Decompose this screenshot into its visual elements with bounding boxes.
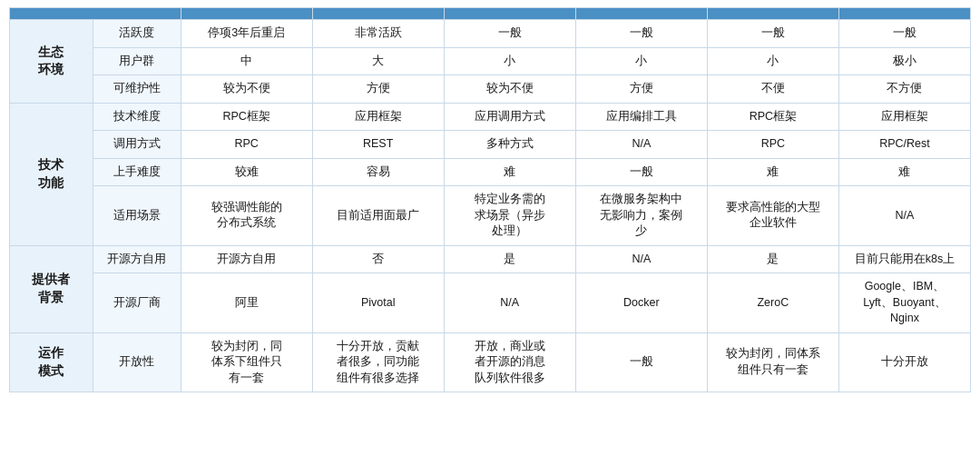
table-row: 用户群中大小小小极小 [10, 47, 971, 75]
data-cell-spring: 应用框架 [312, 103, 444, 131]
data-cell-dubbo: 开源方自用 [181, 245, 312, 273]
table-row: 调用方式RPCREST多种方式N/ARPCRPC/Rest [10, 131, 971, 159]
dim-cell: 开源方自用 [93, 245, 181, 273]
header-row [10, 8, 971, 20]
data-cell-spring: 容易 [312, 158, 444, 186]
data-cell-dubbo: 较为不便 [181, 75, 312, 104]
header-docker [575, 8, 707, 20]
data-cell-mesh: 极小 [838, 47, 970, 75]
header-group [10, 8, 181, 20]
data-cell-msg: 是 [444, 245, 575, 273]
data-cell-mesh: 一般 [838, 20, 970, 48]
group-cell-3: 运作 模式 [10, 332, 93, 392]
data-cell-docker: N/A [575, 131, 707, 159]
group-cell-2: 提供者 背景 [10, 245, 93, 332]
dim-cell: 开放性 [93, 332, 181, 392]
table-row: 运作 模式开放性较为封闭，同 体系下组件只 有一套十分开放，贡献 者很多，同功能… [10, 332, 971, 392]
data-cell-docker: 一般 [575, 332, 707, 392]
data-cell-msg: 较为不便 [444, 75, 575, 104]
dim-cell: 适用场景 [93, 186, 181, 246]
data-cell-mesh: 应用框架 [838, 103, 970, 131]
data-cell-mesh: RPC/Rest [838, 131, 970, 159]
data-cell-dubbo: 较为封闭，同 体系下组件只 有一套 [181, 332, 312, 392]
data-cell-dubbo: 较难 [181, 158, 312, 186]
header-msg [444, 8, 575, 20]
data-cell-msg: 一般 [444, 20, 575, 48]
data-cell-docker: 方便 [575, 75, 707, 104]
data-cell-mesh: 难 [838, 158, 970, 186]
data-cell-spring: 非常活跃 [312, 20, 444, 48]
data-cell-mesh: Google、IBM、 Lyft、Buoyant、 Nginx [838, 273, 970, 333]
data-cell-dubbo: RPC框架 [181, 103, 312, 131]
table-row: 提供者 背景开源方自用开源方自用否是N/A是目前只能用在k8s上 [10, 245, 971, 273]
data-cell-zero: 一般 [707, 20, 838, 48]
dim-cell: 技术维度 [93, 103, 181, 131]
data-cell-docker: 小 [575, 47, 707, 75]
group-cell-0: 生态 环境 [10, 20, 93, 104]
data-cell-dubbo: 停项3年后重启 [181, 20, 312, 48]
table-row: 可维护性较为不便方便较为不便方便不便不方便 [10, 75, 971, 104]
data-cell-mesh: 目前只能用在k8s上 [838, 245, 970, 273]
dim-cell: 用户群 [93, 47, 181, 75]
data-cell-mesh: 不方便 [838, 75, 970, 104]
data-cell-msg: 应用调用方式 [444, 103, 575, 131]
data-cell-spring: 十分开放，贡献 者很多，同功能 组件有很多选择 [312, 332, 444, 392]
data-cell-spring: 否 [312, 245, 444, 273]
dim-cell: 可维护性 [93, 75, 181, 104]
table-row: 上手难度较难容易难一般难难 [10, 158, 971, 186]
data-cell-docker: 在微服务架构中 无影响力，案例 少 [575, 186, 707, 246]
data-cell-msg: 多种方式 [444, 131, 575, 159]
data-cell-zero: 是 [707, 245, 838, 273]
header-spring [312, 8, 444, 20]
data-cell-zero: 不便 [707, 75, 838, 104]
data-cell-spring: 目前适用面最广 [312, 186, 444, 246]
data-cell-msg: 开放，商业或 者开源的消息 队列软件很多 [444, 332, 575, 392]
data-cell-spring: 方便 [312, 75, 444, 104]
data-cell-mesh: N/A [838, 186, 970, 246]
data-cell-msg: 小 [444, 47, 575, 75]
table-row: 技术 功能技术维度RPC框架应用框架应用调用方式应用编排工具RPC框架应用框架 [10, 103, 971, 131]
data-cell-msg: N/A [444, 273, 575, 333]
data-cell-zero: 较为封闭，同体系 组件只有一套 [707, 332, 838, 392]
data-cell-zero: RPC [707, 131, 838, 159]
data-cell-zero: 难 [707, 158, 838, 186]
data-cell-msg: 难 [444, 158, 575, 186]
data-cell-dubbo: 较强调性能的 分布式系统 [181, 186, 312, 246]
header-mesh [838, 8, 970, 20]
data-cell-spring: REST [312, 131, 444, 159]
data-cell-docker: 应用编排工具 [575, 103, 707, 131]
comparison-table-wrapper: 生态 环境活跃度停项3年后重启非常活跃一般一般一般一般用户群中大小小小极小可维护… [0, 0, 980, 400]
data-cell-dubbo: 阿里 [181, 273, 312, 333]
group-cell-1: 技术 功能 [10, 103, 93, 245]
dim-cell: 调用方式 [93, 131, 181, 159]
data-cell-docker: N/A [575, 245, 707, 273]
data-cell-spring: Pivotal [312, 273, 444, 333]
header-dubbo [181, 8, 312, 20]
dim-cell: 上手难度 [93, 158, 181, 186]
data-cell-spring: 大 [312, 47, 444, 75]
header-zero [707, 8, 838, 20]
data-cell-mesh: 十分开放 [838, 332, 970, 392]
data-cell-docker: 一般 [575, 158, 707, 186]
data-cell-zero: ZeroC [707, 273, 838, 333]
data-cell-dubbo: 中 [181, 47, 312, 75]
dim-cell: 活跃度 [93, 20, 181, 48]
data-cell-docker: Docker [575, 273, 707, 333]
data-cell-zero: 要求高性能的大型 企业软件 [707, 186, 838, 246]
table-body: 生态 环境活跃度停项3年后重启非常活跃一般一般一般一般用户群中大小小小极小可维护… [10, 20, 971, 392]
data-cell-dubbo: RPC [181, 131, 312, 159]
data-cell-zero: RPC框架 [707, 103, 838, 131]
dim-cell: 开源厂商 [93, 273, 181, 333]
table-row: 生态 环境活跃度停项3年后重启非常活跃一般一般一般一般 [10, 20, 971, 48]
data-cell-docker: 一般 [575, 20, 707, 48]
table-row: 开源厂商阿里PivotalN/ADockerZeroCGoogle、IBM、 L… [10, 273, 971, 333]
table-row: 适用场景较强调性能的 分布式系统目前适用面最广特定业务需的 求场景（异步 处理）… [10, 186, 971, 246]
comparison-table: 生态 环境活跃度停项3年后重启非常活跃一般一般一般一般用户群中大小小小极小可维护… [9, 7, 971, 392]
data-cell-zero: 小 [707, 47, 838, 75]
data-cell-msg: 特定业务需的 求场景（异步 处理） [444, 186, 575, 246]
